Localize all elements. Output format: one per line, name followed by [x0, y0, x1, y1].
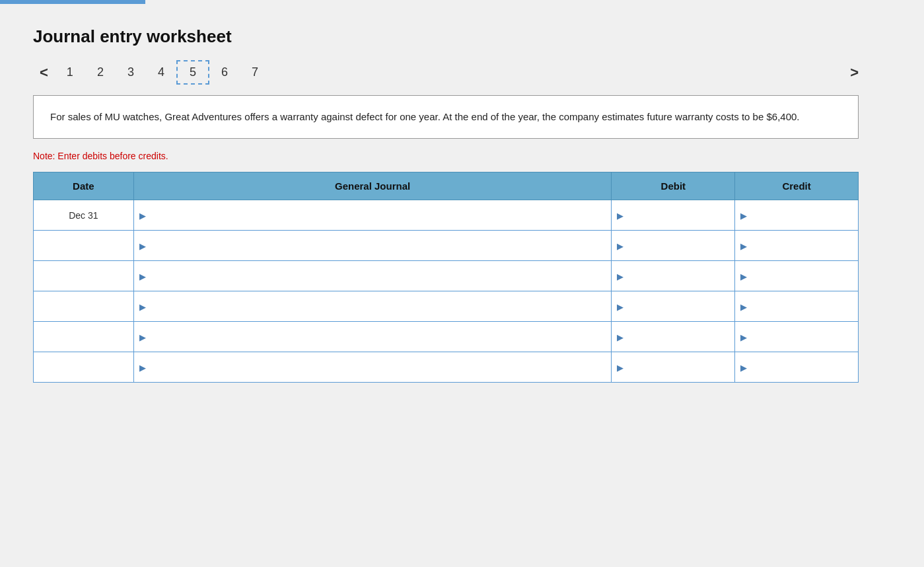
journal-arrow-icon: ▶: [139, 302, 146, 312]
table-header-row: Date General Journal Debit Credit: [34, 172, 859, 200]
journal-table: Date General Journal Debit Credit Dec 31…: [33, 172, 859, 383]
date-cell-2[interactable]: [34, 261, 134, 291]
page-1-button[interactable]: 1: [55, 61, 85, 83]
debit-arrow-icon: ▶: [617, 302, 623, 312]
credit-arrow-icon: ▶: [740, 272, 747, 282]
credit-arrow-icon: ▶: [740, 302, 747, 312]
page-3-button[interactable]: 3: [116, 61, 146, 83]
header-date: Date: [34, 172, 134, 200]
credit-arrow-icon: ▶: [740, 332, 747, 342]
header-credit: Credit: [735, 172, 859, 200]
table-row: ▶▶▶: [34, 231, 859, 261]
journal-arrow-icon: ▶: [139, 211, 146, 221]
debit-cell-5[interactable]: ▶: [612, 352, 735, 383]
journal-arrow-icon: ▶: [139, 241, 146, 251]
page-5-button[interactable]: 5: [176, 60, 209, 85]
credit-arrow-icon: ▶: [740, 211, 747, 221]
date-cell-0[interactable]: Dec 31: [34, 200, 134, 231]
top-bar: [0, 0, 145, 4]
debit-cell-3[interactable]: ▶: [612, 291, 735, 322]
credit-arrow-icon: ▶: [740, 241, 747, 251]
journal-cell-5[interactable]: ▶: [133, 352, 612, 383]
debit-cell-2[interactable]: ▶: [612, 261, 735, 291]
journal-cell-4[interactable]: ▶: [133, 322, 612, 352]
journal-cell-2[interactable]: ▶: [133, 261, 612, 291]
table-row: ▶▶▶: [34, 291, 859, 322]
header-general-journal: General Journal: [133, 172, 612, 200]
debit-arrow-icon: ▶: [617, 272, 623, 282]
page-4-button[interactable]: 4: [146, 61, 176, 83]
credit-cell-2[interactable]: ▶: [735, 261, 859, 291]
page-title: Journal entry worksheet: [33, 26, 891, 47]
date-cell-5[interactable]: [34, 352, 134, 383]
credit-cell-4[interactable]: ▶: [735, 322, 859, 352]
table-row: ▶▶▶: [34, 261, 859, 291]
page-6-button[interactable]: 6: [209, 61, 240, 83]
date-cell-1[interactable]: [34, 231, 134, 261]
table-row: Dec 31▶▶▶: [34, 200, 859, 231]
credit-cell-5[interactable]: ▶: [735, 352, 859, 383]
page-2-button[interactable]: 2: [85, 61, 116, 83]
next-page-button[interactable]: >: [843, 61, 865, 84]
page-7-button[interactable]: 7: [240, 61, 270, 83]
debit-arrow-icon: ▶: [617, 211, 623, 221]
debit-cell-1[interactable]: ▶: [612, 231, 735, 261]
journal-cell-0[interactable]: ▶: [133, 200, 612, 231]
table-row: ▶▶▶: [34, 322, 859, 352]
description-box: For sales of MU watches, Great Adventure…: [33, 95, 859, 139]
date-cell-4[interactable]: [34, 322, 134, 352]
header-debit: Debit: [612, 172, 735, 200]
table-row: ▶▶▶: [34, 352, 859, 383]
debit-arrow-icon: ▶: [617, 363, 623, 373]
debit-cell-0[interactable]: ▶: [612, 200, 735, 231]
page-container: Journal entry worksheet < 1 2 3 4 5 6 7 …: [0, 0, 924, 567]
debit-arrow-icon: ▶: [617, 241, 623, 251]
debit-cell-4[interactable]: ▶: [612, 322, 735, 352]
journal-cell-3[interactable]: ▶: [133, 291, 612, 322]
debit-arrow-icon: ▶: [617, 332, 623, 342]
credit-cell-1[interactable]: ▶: [735, 231, 859, 261]
credit-cell-3[interactable]: ▶: [735, 291, 859, 322]
credit-arrow-icon: ▶: [740, 363, 747, 373]
journal-arrow-icon: ▶: [139, 363, 146, 373]
pagination-wrapper: < 1 2 3 4 5 6 7 >: [33, 60, 865, 85]
credit-cell-0[interactable]: ▶: [735, 200, 859, 231]
date-cell-3[interactable]: [34, 291, 134, 322]
journal-arrow-icon: ▶: [139, 272, 146, 282]
description-text: For sales of MU watches, Great Adventure…: [50, 111, 800, 122]
prev-page-button[interactable]: <: [33, 61, 55, 84]
note-text: Note: Enter debits before credits.: [33, 151, 891, 161]
journal-cell-1[interactable]: ▶: [133, 231, 612, 261]
journal-arrow-icon: ▶: [139, 332, 146, 342]
